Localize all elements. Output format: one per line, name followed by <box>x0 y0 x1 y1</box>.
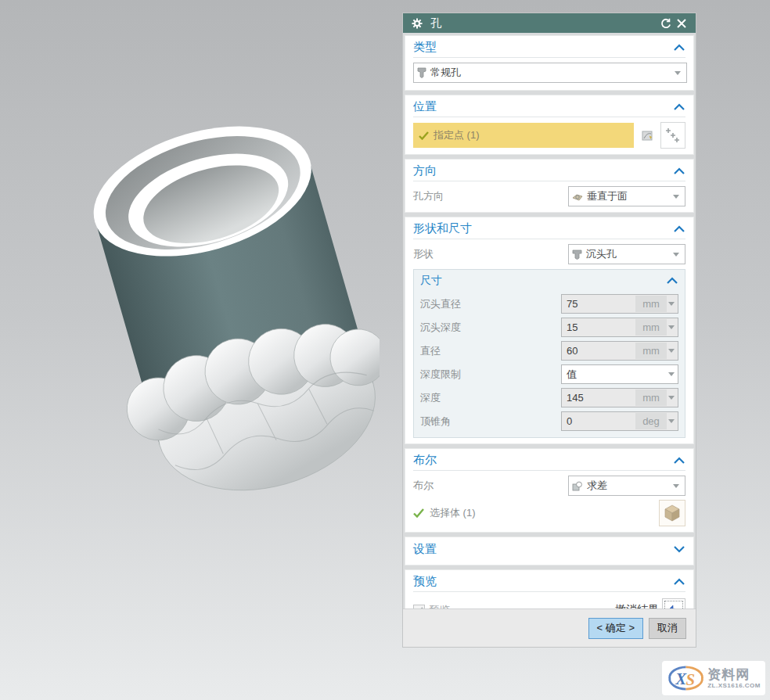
dialog-title: 孔 <box>430 16 658 31</box>
section-shape-size: 形状和尺寸 形状 沉头孔 尺寸 沉头直径 <box>405 217 694 444</box>
section-position-header[interactable]: 位置 <box>413 97 685 117</box>
tip-angle-label: 顶锥角 <box>420 415 561 429</box>
diameter-field[interactable]: 60 mm <box>561 341 678 361</box>
section-type: 类型 常规孔 <box>405 35 694 91</box>
tip-angle-field[interactable]: 0 deg <box>561 411 678 431</box>
shape-value: 沉头孔 <box>586 247 673 261</box>
dropdown-caret-icon[interactable] <box>668 372 675 376</box>
tip-angle-row: 顶锥角 0 deg <box>420 411 678 431</box>
specify-point-value: 指定点 (1) <box>434 128 480 142</box>
svg-text:S: S <box>686 670 696 688</box>
section-preview: 预览 预览 撤消结果 <box>405 569 694 608</box>
reset-icon[interactable] <box>658 16 674 31</box>
chevron-up-icon[interactable] <box>673 44 685 52</box>
watermark: X S 资料网 ZL.XS1616.COM <box>662 661 765 695</box>
field-caret-icon[interactable] <box>668 325 675 329</box>
shape-row: 形状 沉头孔 <box>413 244 685 264</box>
depth-field[interactable]: 145 mm <box>561 388 678 407</box>
section-direction: 方向 孔方向 垂直于面 <box>405 159 694 213</box>
depth-row: 深度 145 mm <box>420 388 678 407</box>
field-caret-icon[interactable] <box>668 396 675 400</box>
hole-type-dropdown[interactable]: 常规孔 <box>413 63 687 83</box>
xs-logo: X S <box>667 664 705 692</box>
ok-button-label: < 确定 > <box>597 621 635 635</box>
dropdown-caret-icon <box>673 195 679 199</box>
section-boolean: 布尔 布尔 求差 选择体 (1) <box>405 448 694 533</box>
cbore-diameter-row: 沉头直径 75 mm <box>420 294 678 314</box>
chevron-up-icon[interactable] <box>666 277 678 285</box>
hole-direction-row: 孔方向 垂直于面 <box>413 186 685 206</box>
chevron-down-icon[interactable] <box>673 545 685 553</box>
dimensions-label: 尺寸 <box>420 274 666 288</box>
depth-limit-dropdown[interactable]: 值 <box>561 364 678 384</box>
dropdown-caret-icon <box>675 71 681 75</box>
dialog-titlebar[interactable]: 孔 <box>403 13 696 33</box>
sketch-icon <box>641 129 654 142</box>
section-preview-header[interactable]: 预览 <box>413 572 685 592</box>
point-dialog-icon <box>665 127 681 144</box>
boolean-dropdown[interactable]: 求差 <box>568 476 685 496</box>
field-caret-icon[interactable] <box>668 349 675 353</box>
point-dialog-button[interactable] <box>660 122 685 149</box>
shape-dropdown[interactable]: 沉头孔 <box>568 244 685 264</box>
hole-dialog: 孔 类型 常规孔 位 <box>402 13 696 648</box>
close-icon[interactable] <box>674 16 689 31</box>
checkmark-icon <box>419 131 429 140</box>
depth-limit-row: 深度限制 值 <box>420 364 678 384</box>
select-body-label: 选择体 (1) <box>430 506 659 520</box>
3d-viewport[interactable] <box>43 43 380 528</box>
chevron-up-icon[interactable] <box>673 167 685 175</box>
boolean-label: 布尔 <box>413 479 568 493</box>
section-preview-label: 预览 <box>413 574 673 589</box>
cbore-depth-field[interactable]: 15 mm <box>561 318 678 337</box>
section-type-label: 类型 <box>413 40 673 55</box>
specify-point-row: 指定点 (1) <box>413 122 685 149</box>
section-shape-size-header[interactable]: 形状和尺寸 <box>413 219 685 239</box>
section-settings: 设置 <box>405 537 694 565</box>
select-body-row: 选择体 (1) <box>413 500 685 526</box>
section-settings-header[interactable]: 设置 <box>413 539 685 559</box>
preview-checkbox-label: 预览 <box>430 603 615 608</box>
hole-direction-value: 垂直于面 <box>587 189 673 203</box>
section-boolean-label: 布尔 <box>413 453 673 468</box>
depth-limit-label: 深度限制 <box>420 368 561 382</box>
section-settings-label: 设置 <box>413 542 673 557</box>
undo-result-button[interactable] <box>662 598 685 608</box>
diameter-value[interactable]: 60 <box>562 345 635 357</box>
dialog-menu-gear-icon[interactable] <box>409 16 425 31</box>
depth-value[interactable]: 145 <box>562 392 635 404</box>
depth-unit: mm <box>635 389 667 406</box>
watermark-url: ZL.XS1616.COM <box>707 682 761 689</box>
chevron-up-icon[interactable] <box>673 103 685 111</box>
checkmark-icon <box>413 508 424 518</box>
hole-direction-dropdown[interactable]: 垂直于面 <box>568 186 685 206</box>
chevron-up-icon[interactable] <box>673 578 685 586</box>
cbore-depth-unit: mm <box>635 319 667 336</box>
specify-point-field[interactable]: 指定点 (1) <box>413 123 634 148</box>
dialog-body: 类型 常规孔 位置 指定点 (1 <box>403 33 696 608</box>
chevron-up-icon[interactable] <box>673 225 685 233</box>
chevron-up-icon[interactable] <box>673 457 685 465</box>
dropdown-caret-icon <box>673 253 679 257</box>
dimensions-header[interactable]: 尺寸 <box>420 271 678 290</box>
field-caret-icon[interactable] <box>668 302 675 306</box>
field-caret-icon[interactable] <box>668 419 675 423</box>
select-body-button[interactable] <box>659 500 685 526</box>
tip-angle-value[interactable]: 0 <box>562 415 635 427</box>
sketch-section-button[interactable] <box>636 124 658 147</box>
section-boolean-header[interactable]: 布尔 <box>413 451 685 471</box>
cbore-depth-value[interactable]: 15 <box>562 321 635 333</box>
cbore-diameter-label: 沉头直径 <box>420 297 561 311</box>
diameter-label: 直径 <box>420 344 561 358</box>
cbore-diameter-value[interactable]: 75 <box>562 298 635 310</box>
section-direction-header[interactable]: 方向 <box>413 161 685 181</box>
section-direction-label: 方向 <box>413 163 673 178</box>
cbore-diameter-field[interactable]: 75 mm <box>561 294 678 314</box>
solid-body-cube-icon <box>663 504 682 522</box>
normal-to-face-icon <box>572 192 583 201</box>
cbore-diameter-unit: mm <box>635 296 667 312</box>
cancel-button[interactable]: 取消 <box>649 618 686 639</box>
ok-button[interactable]: < 确定 > <box>588 618 643 639</box>
section-type-header[interactable]: 类型 <box>413 38 685 58</box>
tip-angle-unit: deg <box>635 413 667 429</box>
